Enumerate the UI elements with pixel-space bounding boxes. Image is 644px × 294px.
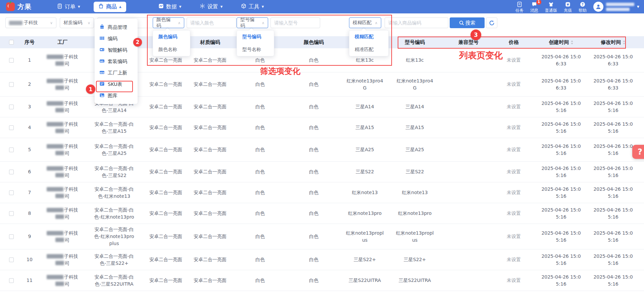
menu-item-label: 图库 [108,93,117,99]
avatar[interactable] [593,2,603,12]
menu-item-5[interactable]: NEW工厂上新 [95,67,138,78]
color-field-option[interactable]: 颜色编码 [153,31,190,43]
nav-menu-5[interactable]: 工具▼ [236,2,269,12]
menu-item-2[interactable]: 编码 [95,33,138,44]
row-checkbox[interactable] [9,170,14,174]
row-checkbox[interactable] [9,190,14,195]
no-badge-icon: NO. [99,58,105,65]
quick-help[interactable]: ?帮助 [579,1,587,12]
match-mode-option[interactable]: 精准匹配 [349,43,388,56]
menu-item-4[interactable]: NO.套装编码 [95,56,138,67]
cell-modified: 2025-04-26 15:05:16 [592,143,634,157]
cell-model2: 红米13c [390,57,440,64]
help-float-button[interactable]: ? [632,145,644,159]
column-header-label: 创建时间 [549,39,569,46]
row-checkbox[interactable] [9,125,14,130]
svg-text:NEW: NEW [100,71,104,73]
navbar-right: 任务消息1普通版¥充值?帮助 ▼ [515,1,639,12]
header-select-all[interactable] [4,40,19,45]
row-checkbox[interactable] [9,211,14,216]
data-icon [158,3,164,10]
factory-select-value: 子科技 [24,20,38,26]
sku-icon [99,81,105,87]
table-row: 4子科技司安卓二合一亮面-白色-三星A15安卓二合一亮面安卓二合一亮面白色白色三… [0,117,644,138]
column-header-label: 型号编码 [405,39,425,46]
menu-item-3[interactable]: 智能解码 [95,44,138,56]
cell-color2: 白色 [288,168,340,175]
help-icon: ? [580,1,586,7]
cell-created: 2025-04-26 15:05:16 [530,253,592,267]
model-field-select[interactable]: 型号编码 ∧ [237,17,268,28]
color-field-select[interactable]: 颜色编码 ∧ [153,17,184,28]
cell-mat1: 安卓二合一亮面 [144,256,188,263]
cell-factory: 子科技司 [40,253,85,266]
chevron-down-icon: ▼ [262,5,264,8]
match-mode-select[interactable]: 模糊匹配 ∧ [349,17,381,28]
quick-task[interactable]: 任务 [515,1,524,12]
factory-suffix: 子科技 [64,101,78,106]
row-checkbox[interactable] [9,148,14,152]
menu-item-7[interactable]: 图库 [95,90,138,101]
table-row: 10子科技司安卓二合一亮面-白色-三星S22+安卓二合一亮面安卓二合一亮面白色白… [0,249,644,270]
row-checkbox[interactable] [9,82,14,87]
cell-factory: 子科技司 [40,54,85,67]
cell-color1: 白色 [232,57,288,64]
color-field-value: 颜色编码 [156,17,175,29]
quick-message[interactable]: 消息1 [530,1,538,12]
quick-plan[interactable]: 普通版 [545,1,557,12]
nav-menu-2[interactable]: 商品▲ [94,2,126,12]
decode-icon [99,47,105,53]
nav-menu-4[interactable]: 设置▼ [195,2,228,12]
cell-price: 未设置 [497,277,530,284]
cell-product: 安卓二合一亮面-白色-三星S22+ [85,253,144,267]
nav-menu-1[interactable]: 订单▼ [52,2,85,12]
select-all-checkbox[interactable] [9,40,14,45]
cell-price: 未设置 [497,146,530,153]
main-nav: 订单▼商品▲数据▼设置▼工具▼ [52,2,269,12]
search-button[interactable]: 搜索 [450,17,485,28]
nav-menu-3[interactable]: 数据▼ [154,2,186,12]
menu-item-1[interactable]: 商品管理 [95,21,138,33]
user-menu[interactable]: ▼ [593,2,639,12]
refresh-button[interactable] [486,17,497,28]
cell-price: 未设置 [497,103,530,110]
column-header-label: 颜色编码 [304,39,324,46]
username-blurred [606,3,634,11]
material-field-select[interactable]: 材质编码 ∨ [60,17,94,28]
table-row: 6子科技司安卓二合一亮面-白色-三星S22安卓二合一亮面安卓二合一亮面白色白色三… [0,162,644,182]
cell-color2: 白色 [288,233,340,240]
quick-label: 帮助 [579,8,587,12]
person-icon [595,4,601,10]
model-input[interactable] [274,20,316,25]
cell-mat1: 安卓二合一亮面 [144,277,188,284]
factory-suffix: 子科技 [64,143,78,149]
match-mode-option[interactable]: 模糊匹配 [349,31,388,43]
color-field-option[interactable]: 颜色名称 [153,43,190,56]
quick-recharge[interactable]: ¥充值 [564,1,572,12]
model-field-option[interactable]: 型号编码 [237,31,274,43]
cell-modified: 2025-04-26 15:05:16 [592,100,634,114]
factory-select[interactable]: 子科技 ∨ [5,17,56,28]
search-icon [459,20,464,25]
menu-item-6[interactable]: SKU表 [95,78,138,90]
model-field-option[interactable]: 型号名称 [237,43,274,56]
sort-icon[interactable] [571,40,574,45]
settings-icon [200,3,205,10]
product-code-input[interactable] [388,20,445,25]
cell-factory: 子科技司 [40,78,85,91]
cell-mat2: 安卓二合一亮面 [188,124,232,131]
sort-icon[interactable] [623,40,626,45]
cell-color2: 白色 [288,103,340,110]
row-checkbox[interactable] [9,278,14,283]
row-checkbox[interactable] [9,234,14,239]
row-checkbox[interactable] [9,58,14,63]
cell-price: 未设置 [497,81,530,88]
app-title: 方果 [17,2,32,11]
cell-created: 2025-04-26 15:06:33 [530,77,592,92]
row-select [4,105,19,109]
color-input[interactable] [190,20,233,25]
row-checkbox[interactable] [9,257,14,262]
blurred-text [47,231,63,235]
row-checkbox[interactable] [9,105,14,109]
cell-factory: 子科技司 [40,186,85,199]
